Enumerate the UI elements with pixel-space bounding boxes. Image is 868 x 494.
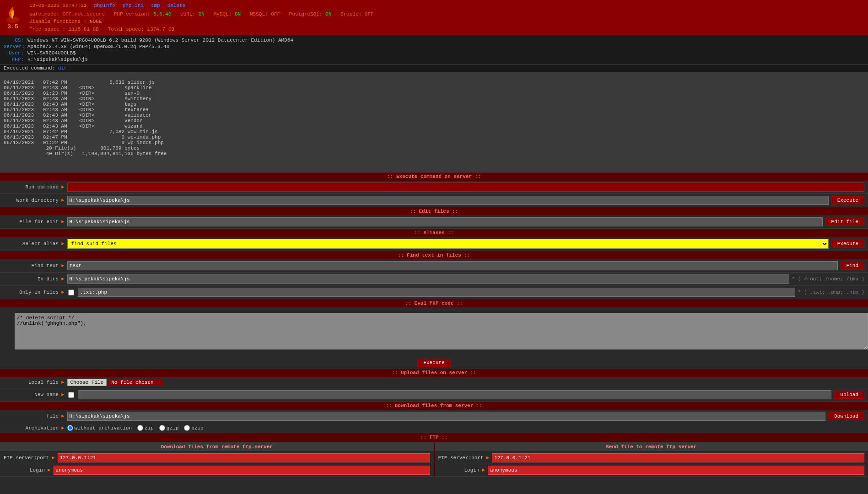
- mysql-status: ON: [235, 11, 241, 17]
- ftp-left-server-arrow: ►: [52, 455, 55, 461]
- execute-command-button[interactable]: Execute: [831, 196, 864, 204]
- only-in-files-arrow: ►: [61, 290, 65, 295]
- os-label: OS:: [4, 38, 27, 43]
- new-name-checkbox[interactable]: [68, 392, 74, 398]
- oracle-status: OFF: [365, 11, 374, 17]
- in-dirs-arrow: ►: [61, 276, 65, 282]
- find-text-input[interactable]: [67, 261, 838, 270]
- arch-bzip-label[interactable]: bzip: [184, 425, 203, 431]
- local-file-row: Local file ► Choose File No file chosen: [0, 377, 868, 388]
- find-text-section-header: :: Find text in files ::: [0, 251, 868, 259]
- ftp-left-login-input[interactable]: [54, 466, 430, 475]
- select-alias-label: Select alias: [4, 241, 59, 247]
- eval-execute-row: Execute: [0, 357, 868, 369]
- only-in-files-input[interactable]: [78, 288, 795, 297]
- ftp-section: Download files from remote ftp-server FT…: [0, 441, 868, 477]
- ftp-left-server-label: FTP-server:port: [4, 455, 49, 461]
- arch-zip-text: zip: [145, 425, 154, 431]
- server-value: Apache/2.4.38 (Win64) OpenSSL/1.0.2q PHP…: [27, 44, 864, 49]
- os-value: Windows NT WIN-SVRGO4UOOLB 6.2 build 920…: [27, 38, 864, 43]
- php-label: PHP:: [4, 57, 27, 62]
- ftp-right-server-arrow: ►: [486, 455, 490, 461]
- edit-files-section-header: :: Edit files ::: [0, 207, 868, 215]
- arch-without-label[interactable]: without archivation: [67, 425, 132, 431]
- delete-link[interactable]: delete: [167, 2, 186, 10]
- execute-alias-button[interactable]: Execute: [831, 240, 864, 248]
- safe-mode-label: safe_mode:: [29, 11, 59, 17]
- user-label: User:: [4, 50, 27, 56]
- ftp-right-server-row: FTP-server:port ►: [435, 452, 868, 464]
- phpini-link[interactable]: php.ini: [123, 2, 144, 10]
- arch-zip-label[interactable]: zip: [137, 425, 154, 431]
- work-directory-row: Work directory ► Execute: [0, 194, 868, 207]
- arch-gzip-radio[interactable]: [159, 425, 165, 431]
- only-in-files-hint: * ( .txt; .php; .htm ): [798, 290, 864, 295]
- php-value: H:\sipekak\sipeka\js: [27, 57, 864, 62]
- output-area[interactable]: 04/19/2021 07:42 PM 5,532 slider.js 06/1…: [0, 72, 868, 172]
- arch-gzip-label[interactable]: gzip: [159, 425, 178, 431]
- run-command-label: Run command: [4, 184, 59, 190]
- postgres-label: PostgreSQL:: [289, 11, 323, 17]
- disable-functions-value: NONE: [90, 19, 102, 24]
- upload-button[interactable]: Upload: [834, 391, 864, 399]
- ftp-left-server-input[interactable]: [58, 453, 430, 462]
- logo-area: 3.5: [4, 5, 22, 30]
- work-directory-arrow: ►: [61, 198, 65, 203]
- only-in-files-row: Only in files ► * ( .txt; .php; .htm ): [0, 286, 868, 299]
- datetime: 13-06-2023 09:47:11: [29, 2, 86, 10]
- arch-without-radio[interactable]: [67, 425, 73, 431]
- cmd-bar: Executed command: dir: [0, 64, 868, 72]
- work-directory-input[interactable]: [67, 196, 829, 205]
- eval-execute-button[interactable]: Execute: [417, 359, 450, 367]
- ftp-right-server-input[interactable]: [492, 453, 864, 462]
- free-space-value: 1115.81 GB: [69, 27, 99, 32]
- ftp-left-login-row: Login ►: [0, 464, 434, 477]
- find-text-row: Find text ► Find: [0, 259, 868, 273]
- ftp-right-login-arrow: ►: [482, 467, 485, 473]
- postgres-status: ON: [325, 11, 331, 17]
- arch-bzip-text: bzip: [191, 425, 203, 431]
- ftp-right-login-row: Login ►: [435, 464, 868, 477]
- run-command-arrow: ►: [61, 184, 65, 190]
- arch-bzip-radio[interactable]: [184, 425, 190, 431]
- eval-code-textarea[interactable]: /* delete script */ //unlink("ghhghh.php…: [15, 313, 868, 349]
- disable-functions-label: Disable functions :: [29, 19, 86, 24]
- file-for-edit-input[interactable]: [67, 217, 823, 226]
- svg-point-0: [6, 16, 19, 23]
- alias-select[interactable]: find suid files find writable dirs find …: [67, 239, 829, 249]
- phpinfo-link[interactable]: phpInfo: [94, 2, 115, 10]
- tmp-link[interactable]: tmp: [151, 2, 160, 10]
- new-name-arrow: ►: [61, 392, 65, 397]
- eval-textarea-container: /* delete script */ //unlink("ghhghh.php…: [0, 307, 868, 357]
- arch-zip-radio[interactable]: [137, 425, 143, 431]
- free-space-label: Free space :: [29, 27, 65, 32]
- local-file-label: Local file: [4, 380, 59, 385]
- download-section-header: :: Download files from server ::: [0, 402, 868, 410]
- header: 3.5 13-06-2023 09:47:11 phpInfo php.ini …: [0, 0, 868, 36]
- only-in-files-checkbox[interactable]: [68, 290, 74, 295]
- in-dirs-label: In dirs: [4, 276, 59, 282]
- select-alias-row: Select alias ► find suid files find writ…: [0, 237, 868, 251]
- edit-file-button[interactable]: Edit file: [825, 218, 864, 226]
- only-in-files-label: Only in files: [4, 290, 59, 295]
- ftp-right-login-input[interactable]: [488, 466, 864, 475]
- upload-section-header: :: Upload files on server ::: [0, 369, 868, 377]
- ftp-right-login-label: Login: [438, 467, 480, 473]
- file-for-edit-row: File for edit ► Edit file: [0, 215, 868, 229]
- total-space-value: 1374.7 GB: [147, 27, 174, 32]
- download-file-label: file: [4, 413, 59, 419]
- command-value: dir: [58, 65, 67, 71]
- download-button[interactable]: Download: [828, 412, 864, 420]
- find-button[interactable]: Find: [841, 262, 864, 270]
- run-command-input[interactable]: [67, 183, 864, 192]
- user-value: WIN-SVRGO4UOOLB$: [27, 50, 864, 56]
- local-file-arrow: ►: [61, 380, 65, 385]
- php-version-value: 5.6.40: [153, 11, 172, 17]
- choose-file-button[interactable]: Choose File: [67, 379, 107, 386]
- work-directory-label: Work directory: [4, 198, 59, 203]
- download-file-input[interactable]: [67, 412, 826, 421]
- in-dirs-input[interactable]: [67, 274, 789, 284]
- new-name-input[interactable]: [78, 390, 832, 399]
- ftp-download-panel: Download files from remote ftp-server FT…: [0, 442, 434, 477]
- oracle-label: Oracle:: [340, 11, 361, 17]
